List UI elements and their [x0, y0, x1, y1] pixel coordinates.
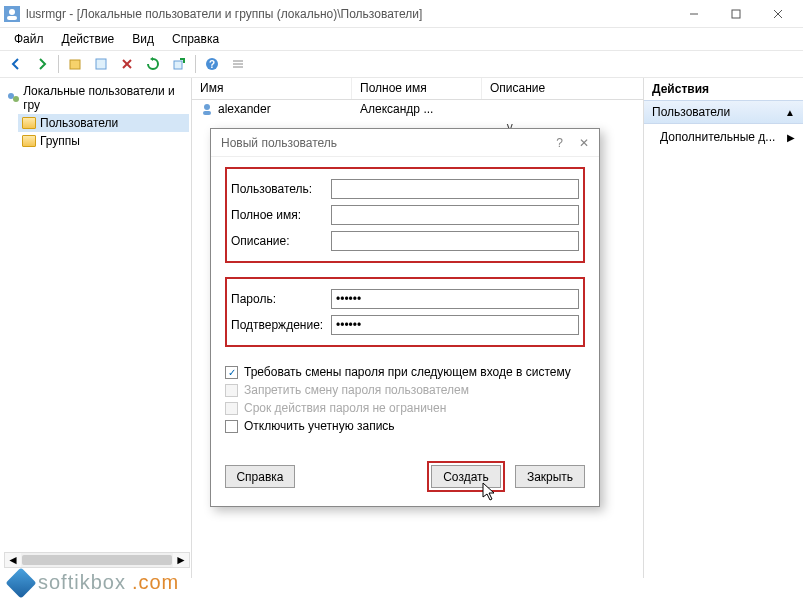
- watermark-tld: .com: [132, 571, 179, 594]
- check-must-change-label: Требовать смены пароля при следующем вхо…: [244, 365, 571, 379]
- menu-bar: Файл Действие Вид Справка: [0, 28, 803, 50]
- svg-rect-7: [70, 60, 80, 69]
- svg-point-19: [204, 104, 210, 110]
- user-row[interactable]: alexander Александр ...: [192, 100, 643, 118]
- forward-icon: [35, 57, 49, 71]
- new-button[interactable]: [63, 52, 87, 76]
- horizontal-scrollbar[interactable]: ◄ ►: [4, 552, 190, 568]
- tree-root[interactable]: Локальные пользователи и гру: [2, 82, 189, 114]
- actions-section[interactable]: Пользователи ▲: [644, 100, 803, 124]
- tree-root-label: Локальные пользователи и гру: [23, 84, 185, 112]
- user-label: Пользователь:: [231, 182, 331, 196]
- window-title: lusrmgr - [Локальные пользователи и груп…: [26, 7, 422, 21]
- properties-button[interactable]: [89, 52, 113, 76]
- svg-rect-20: [203, 111, 211, 115]
- check-must-change[interactable]: ✓ Требовать смены пароля при следующем в…: [225, 365, 585, 379]
- watermark-logo-icon: [5, 567, 36, 598]
- name-fields-group: Пользователь: Полное имя: Описание:: [225, 167, 585, 263]
- list-button[interactable]: [226, 52, 250, 76]
- toolbar-separator: [195, 55, 196, 73]
- svg-text:?: ?: [209, 59, 215, 70]
- close-dialog-button[interactable]: Закрыть: [515, 465, 585, 488]
- menu-file[interactable]: Файл: [6, 30, 52, 48]
- tree-pane: Локальные пользователи и гру Пользовател…: [0, 78, 192, 578]
- check-cannot-change-label: Запретить смену пароля пользователем: [244, 383, 469, 397]
- help-button[interactable]: Справка: [225, 465, 295, 488]
- close-button[interactable]: [757, 1, 799, 27]
- watermark: softikbox.com: [10, 571, 179, 594]
- fullname-label: Полное имя:: [231, 208, 331, 222]
- refresh-button[interactable]: [141, 52, 165, 76]
- minimize-button[interactable]: [673, 1, 715, 27]
- scroll-thumb[interactable]: [22, 555, 172, 565]
- minimize-icon: [689, 9, 699, 19]
- maximize-button[interactable]: [715, 1, 757, 27]
- fullname-input[interactable]: [331, 205, 579, 225]
- check-disable-account[interactable]: Отключить учетную запись: [225, 419, 585, 433]
- actions-pane: Действия Пользователи ▲ Дополнительные д…: [643, 78, 803, 578]
- menu-action[interactable]: Действие: [54, 30, 123, 48]
- back-button[interactable]: [4, 52, 28, 76]
- svg-point-17: [8, 93, 14, 99]
- maximize-icon: [731, 9, 741, 19]
- new-user-dialog: Новый пользователь ? ✕ Пользователь: Пол…: [210, 128, 600, 507]
- app-icon: [4, 6, 20, 22]
- properties-icon: [94, 57, 108, 71]
- menu-help[interactable]: Справка: [164, 30, 227, 48]
- menu-view[interactable]: Вид: [124, 30, 162, 48]
- dialog-close-button[interactable]: ✕: [579, 136, 589, 150]
- tree-users[interactable]: Пользователи: [18, 114, 189, 132]
- check-never-expires: Срок действия пароля не ограничен: [225, 401, 585, 415]
- title-bar: lusrmgr - [Локальные пользователи и груп…: [0, 0, 803, 28]
- folder-icon: [22, 135, 36, 147]
- svg-rect-4: [732, 10, 740, 18]
- confirm-label: Подтверждение:: [231, 318, 331, 332]
- password-fields-group: Пароль: Подтверждение:: [225, 277, 585, 347]
- dialog-titlebar: Новый пользователь ? ✕: [211, 129, 599, 157]
- description-input[interactable]: [331, 231, 579, 251]
- description-label: Описание:: [231, 234, 331, 248]
- actions-header: Действия: [644, 78, 803, 100]
- scroll-left-button[interactable]: ◄: [5, 553, 21, 567]
- user-input[interactable]: [331, 179, 579, 199]
- checkbox-icon: [225, 420, 238, 433]
- collapse-icon: ▲: [785, 107, 795, 118]
- actions-more[interactable]: Дополнительные д... ▶: [644, 124, 803, 150]
- help-button[interactable]: ?: [200, 52, 224, 76]
- new-icon: [68, 57, 82, 71]
- svg-rect-8: [96, 59, 106, 69]
- user-fullname: Александр ...: [360, 102, 490, 116]
- password-label: Пароль:: [231, 292, 331, 306]
- chevron-right-icon: ▶: [787, 132, 795, 143]
- col-description[interactable]: Описание: [482, 78, 643, 99]
- export-button[interactable]: [167, 52, 191, 76]
- user-icon: [200, 102, 214, 116]
- forward-button[interactable]: [30, 52, 54, 76]
- actions-section-label: Пользователи: [652, 105, 730, 119]
- toolbar-separator: [58, 55, 59, 73]
- tree-users-label: Пользователи: [40, 116, 118, 130]
- column-headers: Имя Полное имя Описание: [192, 78, 643, 100]
- scroll-right-button[interactable]: ►: [173, 553, 189, 567]
- col-fullname[interactable]: Полное имя: [352, 78, 482, 99]
- create-button[interactable]: Создать: [431, 465, 501, 488]
- users-groups-icon: [6, 91, 19, 105]
- col-name[interactable]: Имя: [192, 78, 352, 99]
- close-icon: [773, 9, 783, 19]
- checkbox-icon: [225, 402, 238, 415]
- export-icon: [172, 57, 186, 71]
- check-disable-account-label: Отключить учетную запись: [244, 419, 395, 433]
- user-name: alexander: [218, 102, 271, 116]
- delete-icon: [120, 57, 134, 71]
- back-icon: [9, 57, 23, 71]
- svg-rect-11: [174, 61, 182, 69]
- tree-groups[interactable]: Группы: [18, 132, 189, 150]
- password-input[interactable]: [331, 289, 579, 309]
- confirm-input[interactable]: [331, 315, 579, 335]
- dialog-buttons: Справка Создать Закрыть: [211, 451, 599, 506]
- delete-button[interactable]: [115, 52, 139, 76]
- svg-point-1: [9, 9, 15, 15]
- window-controls: [673, 1, 799, 27]
- check-cannot-change: Запретить смену пароля пользователем: [225, 383, 585, 397]
- dialog-help-button[interactable]: ?: [556, 136, 563, 150]
